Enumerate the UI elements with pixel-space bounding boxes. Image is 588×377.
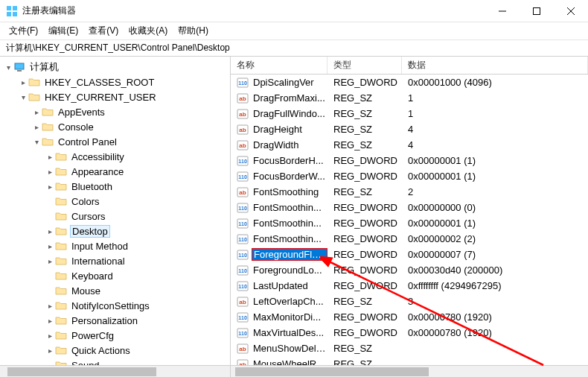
value-name: LeftOverlapCh... xyxy=(252,296,325,307)
tree-expand-toggle[interactable]: ▾ xyxy=(31,138,42,146)
value-data: 0x00000780 (1920) xyxy=(402,327,588,338)
tree-label: Quick Actions xyxy=(70,345,132,356)
tree-label: Appearance xyxy=(70,166,125,177)
registry-value-icon: 110 xyxy=(237,77,249,88)
tree-expand-toggle[interactable]: ▸ xyxy=(45,153,55,161)
list-row[interactable]: abFontSmoothingREG_SZ2 xyxy=(231,184,588,200)
tree-expand-toggle[interactable]: ▸ xyxy=(45,168,55,176)
list-row[interactable]: abDragHeightREG_SZ4 xyxy=(231,121,588,137)
registry-value-icon: 110 xyxy=(237,250,249,260)
tree-expand-toggle[interactable]: ▸ xyxy=(31,123,42,131)
value-name: FontSmoothing xyxy=(252,186,320,197)
tree-item[interactable]: ▸Personalization xyxy=(0,313,230,328)
value-type: REG_DWORD xyxy=(327,77,402,88)
tree-label: PowerCfg xyxy=(70,330,115,341)
list-row[interactable]: abDragFullWindo...REG_SZ1 xyxy=(231,106,588,121)
list-row[interactable]: 110FontSmoothin...REG_DWORD0x00000001 (1… xyxy=(231,215,588,231)
value-type: REG_SZ xyxy=(327,186,402,197)
list-row[interactable]: 110MaxVirtualDes...REG_DWORD0x00000780 (… xyxy=(231,325,588,340)
list-row[interactable]: abDragWidthREG_SZ4 xyxy=(231,137,588,153)
tree-expand-toggle[interactable]: ▸ xyxy=(31,108,42,116)
tree-item[interactable]: Mouse xyxy=(0,283,230,298)
menu-view[interactable]: 查看(V) xyxy=(86,23,121,39)
tree-item[interactable]: ▸International xyxy=(0,253,230,268)
tree-item[interactable]: ▸HKEY_CLASSES_ROOT xyxy=(0,75,230,89)
registry-value-icon: 110 xyxy=(237,281,249,291)
menu-favorites[interactable]: 收藏夹(A) xyxy=(126,23,170,39)
list-horizontal-scrollbar[interactable] xyxy=(231,365,588,377)
tree-item[interactable]: ▸Desktop xyxy=(0,224,230,238)
value-data: 4 xyxy=(402,124,588,135)
list-row[interactable]: 110DpiScalingVerREG_DWORD0x00001000 (409… xyxy=(231,75,588,90)
tree-item[interactable]: ▸PowerCfg xyxy=(0,328,230,343)
tree-item[interactable]: Keyboard xyxy=(0,268,230,283)
list-row[interactable]: 110MaxMonitorDi...REG_DWORD0x00000780 (1… xyxy=(231,309,588,325)
tree-expand-toggle[interactable]: ▸ xyxy=(45,317,55,325)
registry-value-icon: 110 xyxy=(237,328,249,338)
list-row[interactable]: 110FontSmoothin...REG_DWORD0x00000000 (0… xyxy=(231,200,588,215)
column-header-type[interactable]: 类型 xyxy=(327,57,402,74)
list-row[interactable]: abMenuShowDelayREG_SZ xyxy=(231,340,588,356)
tree-expand-toggle[interactable]: ▸ xyxy=(45,183,55,191)
list-row[interactable]: 110LastUpdatedREG_DWORD0xffffffff (42949… xyxy=(231,278,588,294)
folder-icon xyxy=(55,345,67,355)
registry-value-icon: 110 xyxy=(237,203,249,213)
tree-item[interactable]: ▸Bluetooth xyxy=(0,179,230,194)
value-type: REG_DWORD xyxy=(327,311,402,323)
registry-value-icon: 110 xyxy=(237,312,249,323)
tree-item[interactable]: ▾HKEY_CURRENT_USER xyxy=(0,89,230,104)
tree-root[interactable]: ▾计算机 xyxy=(0,60,230,75)
tree-item[interactable]: Colors xyxy=(0,194,230,209)
menu-file[interactable]: 文件(F) xyxy=(6,23,41,39)
svg-text:ab: ab xyxy=(239,189,246,196)
registry-value-icon: 110 xyxy=(237,234,249,244)
list-row[interactable]: 110FocusBorderH...REG_DWORD0x00000001 (1… xyxy=(231,153,588,168)
svg-rect-8 xyxy=(15,63,24,69)
value-data: 1 xyxy=(402,108,588,119)
tree-item[interactable]: ▸Appearance xyxy=(0,164,230,179)
tree-item[interactable]: ▾Control Panel xyxy=(0,134,230,149)
tree-expand-toggle[interactable]: ▸ xyxy=(45,242,55,250)
tree-expand-toggle[interactable]: ▸ xyxy=(45,257,55,265)
tree-item[interactable]: ▸NotifyIconSettings xyxy=(0,298,230,313)
column-header-data[interactable]: 数据 xyxy=(402,57,588,74)
tree-expand-toggle[interactable]: ▸ xyxy=(45,227,55,235)
tree-expand-toggle[interactable]: ▸ xyxy=(45,332,55,340)
address-bar[interactable]: 计算机\HKEY_CURRENT_USER\Control Panel\Desk… xyxy=(0,40,588,57)
list-row[interactable]: 110ForegroundFla...REG_DWORD0x00000007 (… xyxy=(231,247,588,262)
list-row[interactable]: 110FontSmoothin...REG_DWORD0x00000002 (2… xyxy=(231,231,588,247)
menu-help[interactable]: 帮助(H) xyxy=(175,23,211,39)
maximize-button[interactable] xyxy=(520,0,554,22)
tree-expand-toggle[interactable]: ▸ xyxy=(45,346,55,355)
tree-expand-toggle[interactable]: ▾ xyxy=(18,93,28,101)
folder-icon xyxy=(55,285,67,296)
svg-text:110: 110 xyxy=(238,159,247,164)
tree-expand-toggle[interactable]: ▸ xyxy=(18,78,28,86)
value-name: LastUpdated xyxy=(252,280,310,291)
tree-horizontal-scrollbar[interactable] xyxy=(0,365,230,377)
tree-item[interactable]: ▸Console xyxy=(0,119,230,134)
folder-icon xyxy=(55,300,67,311)
svg-text:110: 110 xyxy=(238,331,247,336)
tree-item[interactable]: ▸Quick Actions xyxy=(0,343,230,358)
tree-item[interactable]: ▸Input Method xyxy=(0,238,230,253)
value-name: ForegroundLo... xyxy=(252,264,324,276)
svg-rect-3 xyxy=(13,12,17,16)
tree-item[interactable]: Cursors xyxy=(0,209,230,224)
close-button[interactable] xyxy=(554,0,588,22)
tree-label: HKEY_CLASSES_ROOT xyxy=(43,77,156,88)
list-row[interactable]: abLeftOverlapCh...REG_SZ3 xyxy=(231,294,588,309)
list-row[interactable]: 110FocusBorderW...REG_DWORD0x00000001 (1… xyxy=(231,168,588,184)
tree-expand-toggle[interactable]: ▸ xyxy=(45,302,55,310)
menu-edit[interactable]: 编辑(E) xyxy=(45,23,81,39)
tree-label: Keyboard xyxy=(70,270,115,282)
tree-label: Control Panel xyxy=(57,136,118,148)
svg-text:ab: ab xyxy=(239,95,246,102)
column-header-name[interactable]: 名称 xyxy=(231,57,327,74)
tree-item[interactable]: ▸AppEvents xyxy=(0,104,230,119)
minimize-button[interactable] xyxy=(485,0,520,22)
value-data: 0x00000000 (0) xyxy=(402,202,588,213)
list-row[interactable]: 110ForegroundLo...REG_DWORD0x00030d40 (2… xyxy=(231,262,588,278)
tree-item[interactable]: ▸Accessibility xyxy=(0,149,230,164)
list-row[interactable]: abDragFromMaxi...REG_SZ1 xyxy=(231,90,588,106)
